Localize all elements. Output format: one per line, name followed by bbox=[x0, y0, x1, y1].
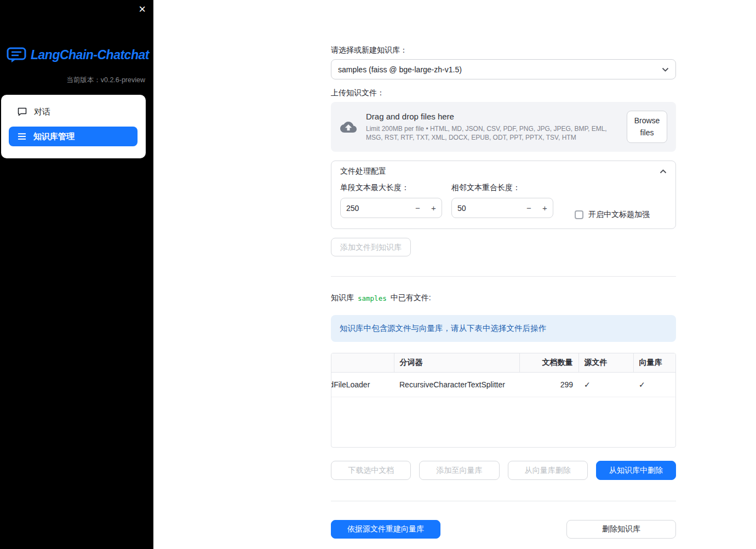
expander-header[interactable]: 文件处理配置 bbox=[331, 161, 675, 182]
chevron-up-icon bbox=[660, 169, 667, 174]
column-header-loader[interactable]: 文档加载器 bbox=[331, 353, 394, 372]
kb-select[interactable]: samples (faiss @ bge-large-zh-v1.5) bbox=[331, 59, 676, 79]
plus-button[interactable]: + bbox=[426, 203, 442, 213]
cell-source-file-check: ✓ bbox=[579, 372, 633, 397]
delete-from-vector-store-button[interactable]: 从向量库删除 bbox=[508, 461, 588, 480]
file-dropzone[interactable]: Drag and drop files here Limit 200MB per… bbox=[331, 102, 676, 152]
max-length-input[interactable] bbox=[341, 204, 410, 213]
browse-files-button[interactable]: Browse files bbox=[627, 111, 667, 143]
sidebar-item-label: 知识库管理 bbox=[33, 131, 75, 142]
expander-title: 文件处理配置 bbox=[340, 167, 386, 176]
dropzone-title: Drag and drop files here bbox=[366, 112, 618, 121]
sidebar-item-label: 对话 bbox=[34, 107, 50, 117]
minus-button[interactable]: − bbox=[521, 203, 537, 213]
app-logo: LangChain-Chatchat bbox=[0, 47, 153, 63]
cell-doc-count: 299 bbox=[519, 372, 579, 397]
table-row[interactable]: UnstructuredFileLoader RecursiveCharacte… bbox=[331, 372, 676, 397]
max-length-label: 单段文本最大长度： bbox=[340, 183, 442, 192]
column-header-vector-store[interactable]: 向量库 bbox=[633, 353, 676, 372]
minus-button[interactable]: − bbox=[410, 203, 426, 213]
list-lines-icon bbox=[18, 133, 26, 140]
zh-title-enhance-checkbox[interactable]: 开启中文标题加强 bbox=[575, 210, 650, 220]
column-header-source-file[interactable]: 源文件 bbox=[579, 353, 633, 372]
kb-files-prefix: 知识库 bbox=[331, 293, 354, 303]
column-header-doc-count[interactable]: 文档数量 bbox=[519, 353, 579, 372]
cell-splitter: RecursiveCharacterTextSplitter bbox=[394, 372, 519, 397]
overlap-label: 相邻文本重合长度： bbox=[451, 183, 553, 192]
add-to-vector-store-button[interactable]: 添加至向量库 bbox=[419, 461, 499, 480]
logo-chat-icon bbox=[7, 47, 26, 63]
delete-from-kb-button[interactable]: 从知识库中删除 bbox=[596, 461, 676, 480]
kb-select-value: samples (faiss @ bge-large-zh-v1.5) bbox=[338, 65, 462, 74]
divider bbox=[331, 276, 676, 277]
version-label: 当前版本：v0.2.6-preview bbox=[0, 76, 153, 85]
chat-bubble-icon bbox=[18, 107, 27, 116]
cloud-upload-icon bbox=[340, 119, 357, 135]
cell-loader: UnstructuredFileLoader bbox=[331, 372, 394, 397]
dropzone-limit-text: Limit 200MB per file • HTML, MD, JSON, C… bbox=[366, 124, 618, 142]
main-area: 请选择或新建知识库： samples (faiss @ bge-large-zh… bbox=[153, 0, 756, 549]
kb-name-code: samples bbox=[358, 294, 387, 302]
info-banner: 知识库中包含源文件与向量库，请从下表中选择文件后操作 bbox=[331, 315, 676, 342]
close-icon[interactable]: × bbox=[139, 2, 146, 16]
max-length-stepper: − + bbox=[340, 198, 442, 218]
overlap-stepper: − + bbox=[451, 198, 553, 218]
divider bbox=[331, 501, 676, 501]
sidebar-menu: 对话 知识库管理 bbox=[1, 95, 146, 158]
checkbox-icon bbox=[575, 210, 583, 219]
plus-button[interactable]: + bbox=[537, 203, 553, 213]
column-header-splitter[interactable]: 分词器 bbox=[394, 353, 519, 372]
delete-kb-button[interactable]: 删除知识库 bbox=[566, 520, 676, 539]
rebuild-vector-store-button[interactable]: 依据源文件重建向量库 bbox=[331, 520, 440, 539]
kb-files-suffix: 中已有文件: bbox=[391, 293, 431, 303]
sidebar-item-chat[interactable]: 对话 bbox=[1, 102, 146, 121]
cell-vector-store-check: ✓ bbox=[633, 372, 676, 397]
kb-select-label: 请选择或新建知识库： bbox=[331, 45, 676, 55]
checkbox-label: 开启中文标题加强 bbox=[588, 210, 650, 220]
overlap-input[interactable] bbox=[452, 204, 521, 213]
sidebar: × LangChain-Chatchat 当前版本：v0.2.6-preview… bbox=[0, 0, 153, 549]
sidebar-item-knowledge-base[interactable]: 知识库管理 bbox=[9, 127, 138, 146]
upload-label: 上传知识文件： bbox=[331, 88, 676, 98]
kb-files-table[interactable]: 文档加载器 分词器 文档数量 源文件 向量库 UnstructuredFileL… bbox=[331, 353, 676, 448]
file-config-expander: 文件处理配置 单段文本最大长度： − + 相邻文本重合 bbox=[331, 161, 676, 229]
logo-text: LangChain-Chatchat bbox=[31, 48, 149, 62]
chevron-down-icon bbox=[662, 67, 669, 72]
table-header-row: 文档加载器 分词器 文档数量 源文件 向量库 bbox=[331, 353, 676, 372]
download-selected-button[interactable]: 下载选中文档 bbox=[331, 461, 411, 480]
add-files-button[interactable]: 添加文件到知识库 bbox=[331, 238, 411, 256]
